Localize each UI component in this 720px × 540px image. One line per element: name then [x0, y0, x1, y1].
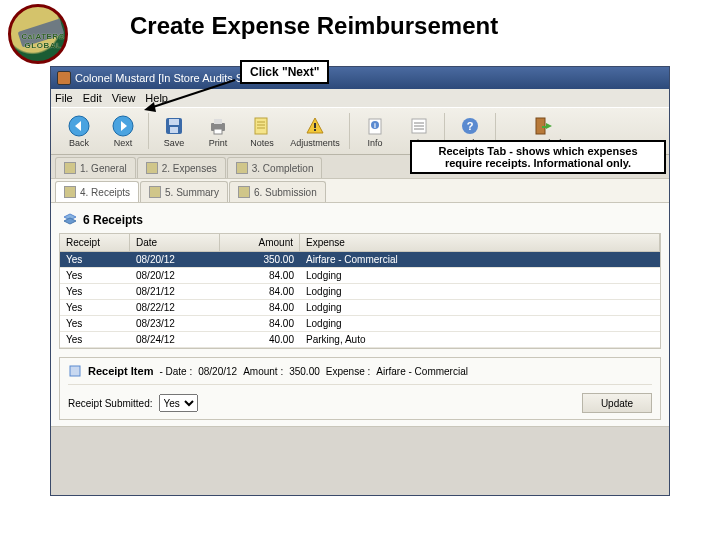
table-row[interactable]: Yes 08/24/12 40.00 Parking, Auto — [60, 332, 660, 348]
col-header-amount[interactable]: Amount — [220, 234, 300, 251]
svg-marker-26 — [64, 218, 76, 224]
back-arrow-icon — [68, 115, 90, 137]
svg-rect-27 — [70, 366, 80, 376]
table-row[interactable]: Yes 08/22/12 84.00 Lodging — [60, 300, 660, 316]
list-icon — [408, 115, 430, 137]
print-button[interactable]: Print — [196, 109, 240, 153]
menu-help[interactable]: Help — [145, 92, 168, 104]
page-title: Create Expense Reimbursement — [130, 12, 498, 40]
app-window: Colonel Mustard [In Store Audits Sept. 2… — [50, 66, 670, 496]
receipts-count-label: 6 Receipts — [83, 213, 143, 227]
svg-rect-12 — [314, 123, 316, 128]
svg-rect-13 — [314, 129, 316, 131]
receipt-detail-panel: Receipt Item - Date : 08/20/12 Amount : … — [59, 357, 661, 420]
menubar: File Edit View Help — [51, 89, 669, 107]
floppy-icon — [163, 115, 185, 137]
table-row[interactable]: Yes 08/20/12 84.00 Lodging — [60, 268, 660, 284]
menu-view[interactable]: View — [112, 92, 136, 104]
logo-text: CalATERS GLOBAL — [8, 32, 78, 50]
svg-rect-6 — [214, 119, 222, 124]
calaters-logo: CalATERS GLOBAL — [8, 4, 78, 74]
receipt-submitted-label: Receipt Submitted: — [68, 398, 153, 409]
detail-amount-value: 350.00 — [289, 366, 320, 377]
save-and-close-button[interactable]: Save and Close — [499, 109, 589, 153]
sub-tabs: 4. Receipts 5. Summary 6. Submission — [51, 179, 669, 203]
next-arrow-icon — [112, 115, 134, 137]
receipt-submitted-select[interactable]: Yes — [159, 394, 198, 412]
save-button[interactable]: Save — [152, 109, 196, 153]
menu-file[interactable]: File — [55, 92, 73, 104]
help-button[interactable]: ? Help — [448, 109, 492, 153]
notes-icon — [251, 115, 273, 137]
col-header-date[interactable]: Date — [130, 234, 220, 251]
table-row[interactable]: Yes 08/21/12 84.00 Lodging — [60, 284, 660, 300]
tab-expenses[interactable]: 2. Expenses — [137, 157, 226, 178]
subtab-receipts[interactable]: 4. Receipts — [55, 181, 139, 202]
update-button[interactable]: Update — [582, 393, 652, 413]
printer-icon — [207, 115, 229, 137]
detail-expense-value: Airfare - Commercial — [376, 366, 468, 377]
info-icon: i — [364, 115, 386, 137]
window-title: Colonel Mustard [In Store Audits Sept. 2… — [75, 72, 292, 84]
svg-text:?: ? — [467, 120, 474, 132]
table-row[interactable]: Yes 08/20/12 350.00 Airfare - Commercial — [60, 252, 660, 268]
receipt-item-label: Receipt Item — [88, 365, 153, 377]
info-button[interactable]: i Info — [353, 109, 397, 153]
receipts-panel: 6 Receipts Receipt Date Amount Expense Y… — [51, 203, 669, 427]
notes-button[interactable]: Notes — [240, 109, 284, 153]
adjustments-button[interactable]: Adjustments — [284, 109, 346, 153]
window-titlebar: Colonel Mustard [In Store Audits Sept. 2… — [51, 67, 669, 89]
svg-rect-8 — [255, 118, 267, 134]
tab-general[interactable]: 1. General — [55, 157, 136, 178]
svg-rect-24 — [542, 126, 547, 128]
help-icon: ? — [459, 115, 481, 137]
svg-text:i: i — [374, 122, 376, 129]
receipt-item-icon — [68, 364, 82, 378]
menu-edit[interactable]: Edit — [83, 92, 102, 104]
receipts-grid: Receipt Date Amount Expense Yes 08/20/12… — [59, 233, 661, 349]
main-tabs: 1. General 2. Expenses 3. Completion — [51, 155, 669, 179]
subtab-summary[interactable]: 5. Summary — [140, 181, 228, 202]
warning-icon — [304, 115, 326, 137]
door-exit-icon — [533, 115, 555, 137]
app-icon — [57, 71, 71, 85]
col-header-receipt[interactable]: Receipt — [60, 234, 130, 251]
svg-rect-3 — [169, 119, 179, 125]
tab-completion[interactable]: 3. Completion — [227, 157, 323, 178]
receipts-stack-icon — [63, 213, 77, 227]
col-header-expense[interactable]: Expense — [300, 234, 660, 251]
back-button[interactable]: Back — [57, 109, 101, 153]
subtab-submission[interactable]: 6. Submission — [229, 181, 326, 202]
grid-header: Receipt Date Amount Expense — [60, 234, 660, 252]
detail-date-value: 08/20/12 — [198, 366, 237, 377]
toolbar: Back Next Save Print Notes — [51, 107, 669, 155]
svg-rect-4 — [170, 127, 178, 133]
table-row[interactable]: Yes 08/23/12 84.00 Lodging — [60, 316, 660, 332]
next-button[interactable]: Next — [101, 109, 145, 153]
svg-rect-7 — [214, 129, 222, 134]
list-button[interactable]: List — [397, 109, 441, 153]
